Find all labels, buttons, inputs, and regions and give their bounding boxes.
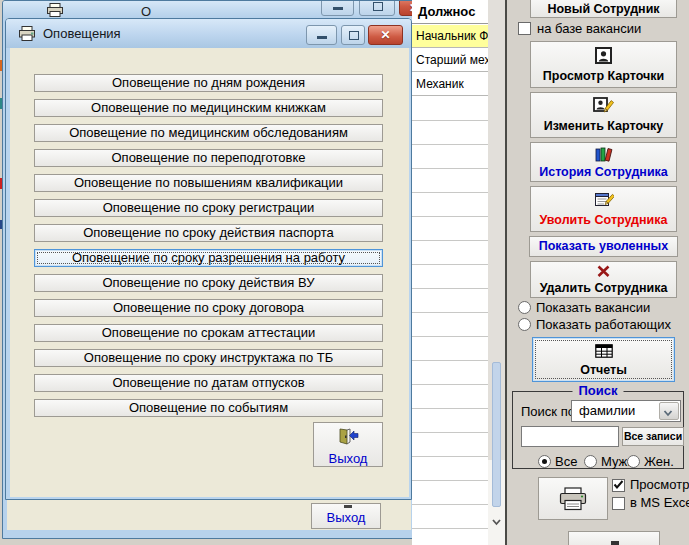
notify-retraining-button[interactable]: Оповещение по переподготовке: [34, 149, 383, 167]
maximize-icon: [349, 31, 359, 40]
table-row-selected[interactable]: Начальник Ф: [412, 25, 488, 48]
gender-female-label: Жен.: [644, 454, 674, 469]
back-exit-button[interactable]: Выход: [311, 503, 381, 529]
scrollbar-thumb[interactable]: [492, 362, 501, 507]
gender-female-radio[interactable]: [627, 455, 640, 468]
on-vacancy-base-label: на базе вакансии: [537, 21, 641, 36]
print-button[interactable]: [538, 477, 608, 520]
edit-card-label: Изменить Карточку: [531, 119, 676, 134]
notify-medical-books-button[interactable]: Оповещение по медицинским книжкам: [34, 99, 383, 117]
employee-history-button[interactable]: История Сотрудника: [530, 142, 677, 182]
gender-all-radio[interactable]: [538, 455, 551, 468]
notifications-dialog: Оповещения ✕ Оповещение по дням рождения…: [5, 18, 412, 500]
preview-label: Просмотр: [630, 477, 689, 492]
show-working-radio[interactable]: [518, 318, 531, 331]
scroll-down-arrow-icon[interactable]: [490, 514, 503, 530]
reports-label: Отчеты: [533, 363, 674, 378]
dialog-exit-button[interactable]: Выход: [313, 422, 383, 467]
notify-registration-button[interactable]: Оповещение по сроку регистрации: [34, 199, 383, 217]
search-input[interactable]: [521, 426, 619, 447]
notify-driver-license-button[interactable]: Оповещение по сроку действия ВУ: [34, 274, 383, 292]
new-employee-button[interactable]: Новый Сотрудник: [530, 0, 677, 18]
dismiss-employee-label: Уволить Сотрудника: [531, 213, 676, 228]
dialog-title: Оповещения: [43, 26, 121, 41]
dialog-maximize-button[interactable]: [341, 25, 365, 45]
positions-column-header[interactable]: Должнос: [412, 0, 488, 24]
back-window-titlebar[interactable]: О ✕: [3, 1, 415, 18]
report-table-icon: [533, 344, 674, 360]
show-working-label: Показать работающих: [536, 317, 671, 332]
excel-checkbox[interactable]: [612, 497, 625, 510]
person-card-icon: [531, 47, 676, 66]
search-by-select[interactable]: фамилии: [571, 400, 681, 422]
printer-icon: [558, 498, 588, 515]
edit-card-button[interactable]: Изменить Карточку: [530, 92, 677, 138]
main-form: Должнос Начальник Ф Старший мех Механик …: [412, 0, 689, 545]
notepad-pencil-icon: [531, 191, 676, 210]
employee-sidebar: Новый Сотрудник на базе вакансии Просмот…: [507, 0, 689, 545]
background-icon-sliver: [0, 178, 2, 189]
dialog-content: Оповещение по дням рождения Оповещение п…: [10, 48, 409, 497]
table-row[interactable]: Механик: [412, 73, 488, 96]
clipped-icon: [611, 541, 619, 545]
all-records-label: Все записи: [623, 428, 683, 444]
gender-male-radio[interactable]: [584, 455, 597, 468]
employee-history-label: История Сотрудника: [531, 165, 676, 180]
new-employee-label: Новый Сотрудник: [531, 2, 676, 17]
bottom-partial-button[interactable]: [568, 531, 660, 545]
view-card-label: Просмотр Карточки: [531, 69, 676, 84]
notify-work-permit-button[interactable]: Оповещение по сроку разрешения на работу: [34, 249, 383, 267]
minimize-icon: [317, 36, 327, 39]
view-card-button[interactable]: Просмотр Карточки: [530, 41, 677, 88]
search-group-title: Поиск: [572, 383, 623, 398]
all-records-button[interactable]: Все записи: [622, 427, 684, 446]
notify-events-button[interactable]: Оповещение по событиям: [34, 399, 383, 417]
minimize-icon: [333, 7, 343, 10]
dialog-titlebar[interactable]: Оповещения ✕: [6, 19, 411, 48]
notify-safety-training-button[interactable]: Оповещение по сроку инструктажа по ТБ: [34, 349, 383, 367]
notify-contract-button[interactable]: Оповещение по сроку договора: [34, 299, 383, 317]
notify-attestation-button[interactable]: Оповещение по срокам аттестации: [34, 324, 383, 342]
back-maximize-button[interactable]: [359, 0, 395, 16]
notify-passport-button[interactable]: Оповещение по сроку действия паспорта: [34, 224, 383, 242]
search-by-label: Поиск по: [521, 404, 575, 419]
back-window-title-fragment: О: [141, 4, 151, 19]
background-icon-sliver: [0, 98, 2, 109]
search-by-value: фамилии: [579, 401, 635, 421]
background-icon-sliver: [0, 60, 2, 71]
notify-vacations-button[interactable]: Оповещение по датам отпусков: [34, 374, 383, 392]
on-vacancy-base-checkbox[interactable]: [518, 22, 531, 35]
close-icon: ✕: [369, 26, 402, 44]
table-scrollbar[interactable]: [488, 0, 505, 545]
printer-window-icon: [46, 3, 65, 17]
show-vacancies-label: Показать вакансии: [536, 300, 650, 315]
delete-employee-button[interactable]: Удалить Сотрудника: [530, 261, 677, 298]
dialog-close-button[interactable]: ✕: [368, 25, 403, 45]
excel-label: в MS Excel: [630, 495, 689, 510]
gender-all-label: Все: [555, 454, 577, 469]
preview-checkbox[interactable]: [612, 479, 625, 492]
show-dismissed-button[interactable]: Показать уволенных: [529, 236, 678, 257]
back-exit-label: Выход: [312, 510, 380, 525]
dialog-minimize-button[interactable]: [306, 25, 337, 45]
dialog-exit-label: Выход: [314, 451, 382, 466]
table-empty-rows: [412, 97, 488, 545]
background-icon-sliver: [0, 220, 2, 229]
chevron-down-icon[interactable]: [659, 402, 679, 420]
back-minimize-button[interactable]: [321, 0, 354, 16]
notify-medical-exams-button[interactable]: Оповещение по медицинским обследованиям: [34, 124, 383, 142]
notify-birthdays-button[interactable]: Оповещение по дням рождения: [34, 74, 383, 92]
dismiss-employee-button[interactable]: Уволить Сотрудника: [530, 186, 677, 232]
app-screen: О ✕ Выход Оповещения ✕: [0, 0, 689, 545]
maximize-icon: [373, 2, 383, 11]
notify-qualification-button[interactable]: Оповещение по повышениям квалификации: [34, 174, 383, 192]
reports-button[interactable]: Отчеты: [532, 337, 675, 382]
printer-window-icon: [18, 26, 37, 41]
positions-table: Должнос Начальник Ф Старший мех Механик: [412, 0, 488, 545]
table-row[interactable]: Старший мех: [412, 49, 488, 72]
exit-door-icon: [314, 427, 382, 449]
show-vacancies-radio[interactable]: [518, 301, 531, 314]
delete-employee-label: Удалить Сотрудника: [531, 281, 676, 296]
red-x-icon: [531, 265, 676, 279]
show-dismissed-label: Показать уволенных: [530, 237, 677, 256]
